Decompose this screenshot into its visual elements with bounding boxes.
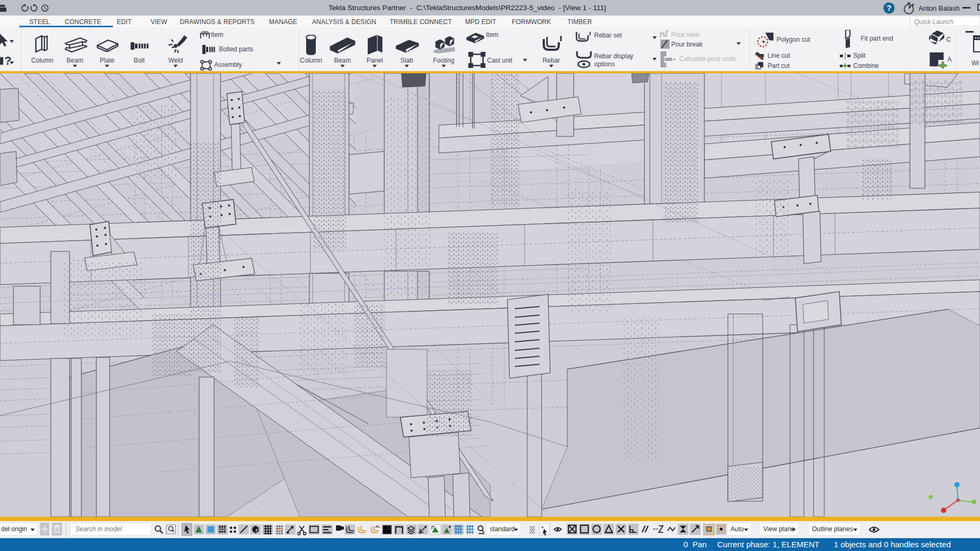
svg-text:?: ?: [886, 3, 891, 12]
svg-text:?: ?: [4, 54, 11, 67]
